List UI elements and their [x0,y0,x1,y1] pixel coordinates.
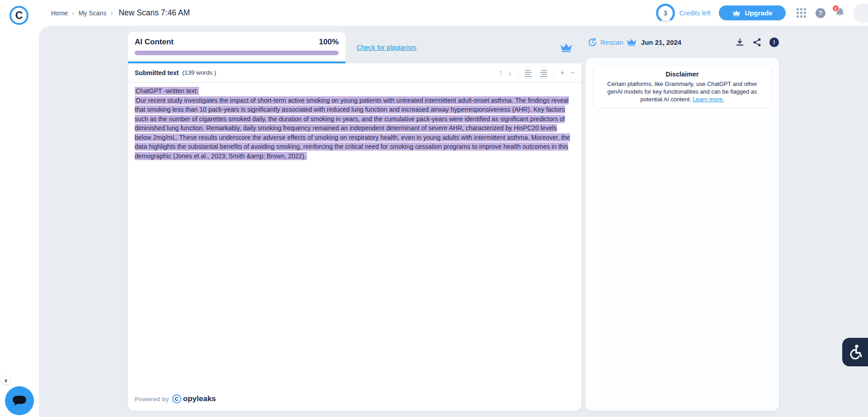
wordmark-letter: C [175,396,179,402]
chat-bubble-icon [11,394,28,408]
credits-count: 3 [664,9,667,17]
copyleaks-mark-icon: C [172,394,181,403]
ai-content-score: 100% [319,38,339,47]
help-icon[interactable]: ? [816,8,826,18]
crown-icon [627,38,637,46]
breadcrumb-my-scans[interactable]: My Scans [79,9,106,17]
word-count: (139 words ) [182,69,216,76]
learn-more-link[interactable]: Learn more. [693,96,724,103]
scroll-up-button[interactable]: ↑ [499,69,502,76]
page-title: New Scans 7:46 AM [118,8,190,18]
credits-ring-icon: 3 [656,4,675,23]
tab-ai-content[interactable]: AI Content 100% [128,32,345,63]
rescan-refresh-icon [588,38,597,47]
zoom-out-button[interactable]: − [571,69,575,76]
highlighted-heading: ChatGPT -written text: [135,87,199,95]
results-panel: Disclaimer Certain platforms, like Gramm… [585,58,779,411]
credits-indicator[interactable]: 3 Credits left [656,4,711,23]
powered-by: Powered by C opyleaks [135,394,216,403]
upgrade-label: Upgrade [745,9,773,17]
powered-by-label: Powered by [135,396,169,403]
logo-letter: C [15,9,23,22]
download-icon[interactable] [735,38,745,47]
submitted-text-content[interactable]: ChatGPT -written text: Our recent study … [128,83,581,164]
notification-badge: 1 [832,5,839,12]
tab-plagiarism[interactable]: Check for plagiarism [348,32,581,63]
ai-content-label: AI Content [135,38,174,47]
alert-glyph: ! [773,39,775,46]
document-toolbar: Submitted text (139 words ) ↑ ↓ + − [128,63,581,83]
align-right-icon[interactable] [539,68,548,77]
submitted-text-panel: Submitted text (139 words ) ↑ ↓ + − [128,63,581,411]
accessibility-button[interactable] [842,338,868,366]
topbar-controls: 3 Credits left Upgrade ? 1 [656,0,868,26]
align-left-icon[interactable] [524,68,533,77]
crown-icon [732,10,741,16]
sidebar [0,0,39,417]
report-info-icon[interactable]: ! [769,38,779,47]
scan-header: Rescan Jun 21, 2024 ! [588,34,779,50]
close-icon: x [5,378,7,383]
upgrade-button[interactable]: Upgrade [719,5,786,20]
share-icon[interactable] [752,38,762,47]
crown-icon [560,43,572,52]
disclaimer-box: Disclaimer Certain platforms, like Gramm… [593,65,772,109]
credits-label: Credits left [679,9,711,17]
zoom-in-button[interactable]: + [560,69,564,76]
rescan-label: Rescan [600,38,623,46]
ai-score-progress-bar [135,51,339,55]
accessibility-wheelchair-icon [848,344,863,360]
copyleaks-wordmark: opyleaks [183,394,216,403]
chat-launcher-button[interactable] [5,386,34,415]
highlighted-body: Our recent study investigates the impact… [135,96,570,160]
chat-close-button[interactable]: x [1,376,10,385]
avatar[interactable] [854,3,868,23]
disclaimer-text: Certain platforms, like Grammarly, use C… [607,81,757,103]
disclaimer-title: Disclaimer [599,71,765,78]
document-title: Submitted text [135,69,179,76]
toolbar-divider [554,69,554,77]
chevron-right-icon: › [72,9,74,17]
rescan-button[interactable]: Rescan [588,38,637,47]
apps-grid-icon[interactable] [797,8,806,18]
breadcrumb-home[interactable]: Home [51,9,68,17]
breadcrumb: Home › My Scans › New Scans 7:46 AM [51,0,190,26]
help-glyph: ? [819,9,822,16]
scan-actions: ! [735,38,779,47]
toolbar-divider [518,69,518,77]
copyleaks-logo-icon[interactable]: C [9,6,28,25]
chevron-right-icon: › [110,9,113,17]
scan-date: Jun 21, 2024 [641,38,681,46]
notifications-bell-icon[interactable]: 1 [835,7,845,19]
check-plagiarism-link[interactable]: Check for plagiarism [357,44,416,51]
scroll-down-button[interactable]: ↓ [508,69,512,76]
